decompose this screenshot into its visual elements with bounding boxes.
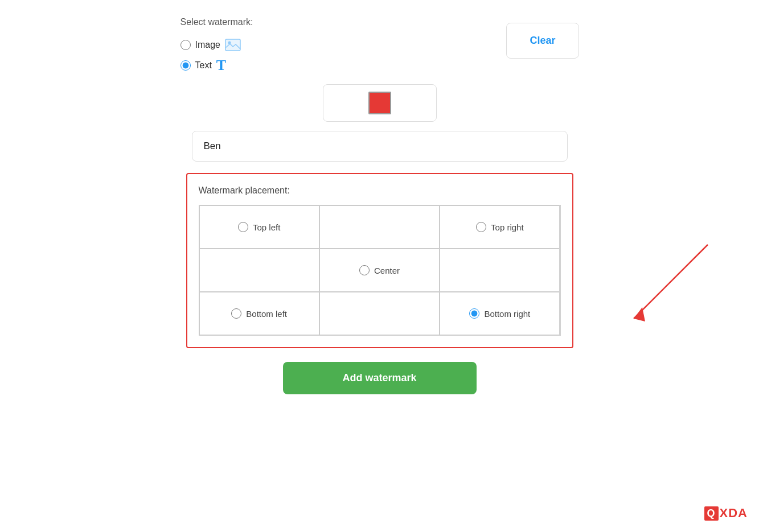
grid-cell-top-center [319, 205, 440, 249]
grid-cell-bottom-left[interactable]: Bottom left [199, 292, 319, 335]
bottom-right-label: Bottom right [484, 309, 530, 319]
add-watermark-button[interactable]: Add watermark [283, 362, 477, 394]
text-type-icon: T [216, 58, 226, 73]
top-left-radio[interactable] [238, 222, 248, 232]
bottom-left-option[interactable]: Bottom left [231, 308, 287, 319]
bottom-right-option[interactable]: Bottom right [469, 308, 530, 319]
color-picker[interactable] [323, 84, 437, 122]
center-radio[interactable] [359, 265, 370, 275]
placement-grid: Top left Top right Center [199, 205, 561, 336]
top-right-label: Top right [491, 222, 524, 232]
bottom-right-radio[interactable] [469, 308, 479, 319]
clear-button[interactable]: Clear [506, 23, 579, 59]
bottom-left-radio[interactable] [231, 308, 241, 319]
grid-cell-bottom-right[interactable]: Bottom right [440, 292, 560, 335]
bottom-left-label: Bottom left [246, 309, 287, 319]
top-right-radio[interactable] [476, 222, 486, 232]
xda-logo-text: XDA [720, 506, 748, 521]
grid-cell-bottom-center [319, 292, 440, 335]
watermark-text-input[interactable] [192, 131, 568, 162]
svg-rect-0 [225, 39, 240, 51]
text-option-label: Text [195, 60, 212, 71]
text-radio-input[interactable] [180, 60, 191, 71]
grid-cell-top-right[interactable]: Top right [440, 205, 560, 249]
top-right-option[interactable]: Top right [476, 222, 524, 232]
top-left-label: Top left [253, 222, 280, 232]
placement-label: Watermark placement: [199, 185, 561, 196]
image-radio-option[interactable]: Image [180, 39, 253, 51]
color-swatch [368, 92, 391, 114]
top-left-option[interactable]: Top left [238, 222, 280, 232]
grid-cell-top-left[interactable]: Top left [199, 205, 319, 249]
image-radio-input[interactable] [180, 40, 191, 50]
center-label: Center [374, 266, 400, 275]
xda-logo: Q XDA [704, 506, 748, 521]
grid-cell-center[interactable]: Center [319, 249, 440, 292]
grid-cell-middle-right [440, 249, 560, 292]
image-icon [225, 39, 241, 51]
xda-logo-box: Q [704, 506, 719, 521]
image-option-label: Image [195, 40, 220, 50]
center-option[interactable]: Center [359, 265, 400, 275]
text-radio-option[interactable]: Text T [180, 58, 253, 73]
grid-cell-middle-left [199, 249, 319, 292]
placement-section: Watermark placement: Top left Top right [186, 173, 573, 348]
select-watermark-label: Select watermark: [180, 17, 253, 27]
